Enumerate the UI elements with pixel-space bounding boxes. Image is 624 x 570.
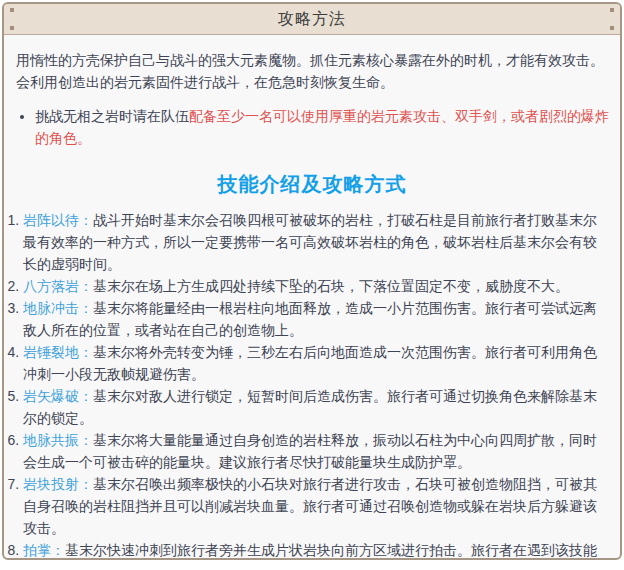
- panel-header: 攻略方法: [4, 4, 620, 35]
- skill-name: 岩阵以待：: [23, 212, 93, 228]
- corner-decoration: [610, 26, 614, 30]
- skill-item: 拍掌：基末尔快速冲刺到旅行者旁并生成片状岩块向前方区域进行拍击。旅行者在遇到该技…: [23, 539, 610, 560]
- skill-list: 岩阵以待：战斗开始时基末尔会召唤四根可被破坏的岩柱，打破石柱是目前旅行者打败基末…: [10, 209, 610, 560]
- skill-item: 八方落岩：基末尔在场上方生成四处持续下坠的石块，下落位置固定不变，威胁度不大。: [23, 275, 610, 297]
- skill-desc: 基末尔将大量能量通过自身创造的岩柱释放，振动以石柱为中心向四周扩散，同时会生成一…: [23, 432, 597, 470]
- skill-desc: 基末尔将能量经由一根岩柱向地面释放，造成一小片范围伤害。旅行者可尝试远离敌人所在…: [23, 300, 597, 338]
- skill-desc: 基末尔快速冲刺到旅行者旁并生成片状岩块向前方区域进行拍击。旅行者在遇到该技能时需…: [23, 542, 597, 560]
- skill-item: 岩阵以待：战斗开始时基末尔会召唤四根可被破坏的岩柱，打破石柱是目前旅行者打败基末…: [23, 209, 610, 275]
- corner-decoration: [610, 8, 614, 12]
- tip-item: 挑战无相之岩时请在队伍配备至少一名可以使用厚重的岩元素攻击、双手剑，或者剧烈的爆…: [35, 105, 610, 149]
- skill-name: 岩锤裂地：: [23, 344, 93, 360]
- skill-desc: 基末尔召唤出频率极快的小石块对旅行者进行攻击，石块可被创造物阻挡，可被其自身召唤…: [23, 476, 597, 536]
- skill-name: 拍掌：: [23, 542, 65, 558]
- intro-paragraph: 用惰性的方壳保护自己与战斗的强大元素魔物。抓住元素核心暴露在外的时机，才能有效攻…: [16, 49, 608, 93]
- skill-item: 岩矢爆破：基末尔对敌人进行锁定，短暂时间后造成伤害。旅行者可通过切换角色来解除基…: [23, 385, 610, 429]
- panel-body: 用惰性的方壳保护自己与战斗的强大元素魔物。抓住元素核心暴露在外的时机，才能有效攻…: [4, 35, 620, 560]
- section-heading: 技能介绍及攻略方式: [14, 173, 610, 195]
- strategy-panel: 攻略方法 用惰性的方壳保护自己与战斗的强大元素魔物。抓住元素核心暴露在外的时机，…: [2, 2, 622, 560]
- skill-name: 地脉冲击：: [23, 300, 93, 316]
- skill-item: 岩块投射：基末尔召唤出频率极快的小石块对旅行者进行攻击，石块可被创造物阻挡，可被…: [23, 473, 610, 539]
- skill-item: 岩锤裂地：基末尔将外壳转变为锤，三秒左右后向地面造成一次范围伤害。旅行者可利用角…: [23, 341, 610, 385]
- corner-decoration: [10, 26, 14, 30]
- skill-desc: 基末尔将外壳转变为锤，三秒左右后向地面造成一次范围伤害。旅行者可利用角色冲刺一小…: [23, 344, 597, 382]
- skill-name: 地脉共振：: [23, 432, 93, 448]
- tip-text-normal: 挑战无相之岩时请在队伍: [35, 108, 189, 124]
- skill-desc: 基末尔对敌人进行锁定，短暂时间后造成伤害。旅行者可通过切换角色来解除基末尔的锁定…: [23, 388, 597, 426]
- skill-item: 地脉冲击：基末尔将能量经由一根岩柱向地面释放，造成一小片范围伤害。旅行者可尝试远…: [23, 297, 610, 341]
- skill-desc: 战斗开始时基末尔会召唤四根可被破坏的岩柱，打破石柱是目前旅行者打败基末尔最有效率…: [23, 212, 597, 272]
- corner-decoration: [10, 8, 14, 12]
- skill-item: 地脉共振：基末尔将大量能量通过自身创造的岩柱释放，振动以石柱为中心向四周扩散，同…: [23, 429, 610, 473]
- panel-title: 攻略方法: [278, 9, 346, 30]
- skill-name: 岩矢爆破：: [23, 388, 93, 404]
- skill-desc: 基末尔在场上方生成四处持续下坠的石块，下落位置固定不变，威胁度不大。: [93, 278, 569, 294]
- skill-name: 八方落岩：: [23, 278, 93, 294]
- skill-name: 岩块投射：: [23, 476, 93, 492]
- tip-list: 挑战无相之岩时请在队伍配备至少一名可以使用厚重的岩元素攻击、双手剑，或者剧烈的爆…: [14, 105, 610, 149]
